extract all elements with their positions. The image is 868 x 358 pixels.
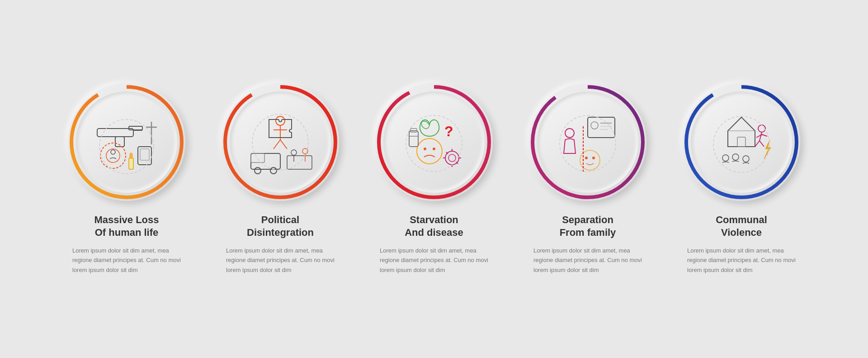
circle-wrapper-3: ? [375, 83, 493, 201]
svg-point-16 [276, 116, 285, 125]
svg-point-29 [417, 138, 442, 164]
card-desc-2: Lorem ipsum dolor sit dim amet, mea regi… [226, 246, 335, 275]
svg-rect-59 [737, 137, 745, 147]
circle-wrapper-1 [68, 83, 185, 201]
card-title-5: Communal Violence [716, 214, 767, 239]
card-desc-3: Lorem ipsum dolor sit dim amet, mea regi… [380, 246, 488, 275]
icon-communal-violence [698, 99, 784, 185]
card-title-1: Massive Loss Of human life [94, 214, 159, 239]
card-title-4: Separation From family [560, 214, 616, 239]
card-massive-loss: Massive Loss Of human life Lorem ipsum d… [57, 83, 197, 275]
card-title-3: Starvation And disease [405, 214, 463, 239]
circle-inner-5 [691, 91, 792, 193]
svg-point-13 [129, 153, 133, 159]
svg-rect-41 [409, 131, 418, 147]
svg-point-9 [111, 150, 115, 154]
svg-point-62 [732, 154, 739, 160]
infographic: Massive Loss Of human life Lorem ipsum d… [0, 65, 868, 293]
svg-point-52 [585, 157, 588, 159]
card-title-2: Political Disintegration [247, 214, 314, 239]
svg-rect-1 [97, 129, 133, 137]
svg-point-22 [291, 150, 297, 155]
svg-point-30 [424, 148, 426, 150]
circle-inner-4 [537, 91, 638, 193]
svg-point-63 [743, 156, 749, 162]
icon-political [237, 99, 323, 185]
svg-marker-57 [728, 117, 755, 147]
svg-text:?: ? [444, 123, 453, 139]
svg-rect-42 [410, 129, 417, 132]
circle-inner-1 [76, 91, 177, 193]
svg-point-8 [106, 149, 120, 162]
svg-rect-18 [251, 153, 264, 162]
svg-point-7 [100, 143, 126, 168]
svg-point-33 [448, 154, 456, 162]
svg-point-53 [592, 157, 595, 159]
svg-rect-17 [251, 153, 280, 169]
svg-point-64 [713, 116, 769, 172]
svg-point-20 [270, 167, 277, 174]
svg-rect-12 [129, 158, 133, 169]
svg-point-31 [433, 148, 435, 150]
icon-starvation: ? [391, 99, 477, 185]
icon-war-weapons [84, 99, 170, 185]
svg-point-50 [565, 129, 574, 138]
card-communal: Communal Violence Lorem ipsum dolor sit … [671, 83, 811, 275]
card-desc-4: Lorem ipsum dolor sit dim amet, mea regi… [533, 246, 642, 275]
svg-point-19 [255, 167, 261, 174]
svg-point-61 [722, 155, 729, 161]
card-desc-5: Lorem ipsum dolor sit dim amet, mea regi… [687, 246, 796, 275]
circle-inner-3: ? [383, 91, 485, 193]
icon-separation [545, 99, 631, 185]
card-desc-1: Lorem ipsum dolor sit dim amet, mea regi… [72, 246, 181, 275]
card-political: Political Disintegration Lorem ipsum dol… [210, 83, 350, 275]
svg-point-46 [591, 122, 598, 129]
circle-inner-2 [230, 91, 331, 193]
card-separation: Separation From family Lorem ipsum dolor… [518, 83, 658, 275]
circle-wrapper-4 [529, 83, 646, 201]
card-starvation: ? [364, 83, 504, 275]
svg-rect-11 [140, 149, 149, 160]
circle-wrapper-5 [683, 83, 800, 201]
circle-wrapper-2 [222, 83, 339, 201]
